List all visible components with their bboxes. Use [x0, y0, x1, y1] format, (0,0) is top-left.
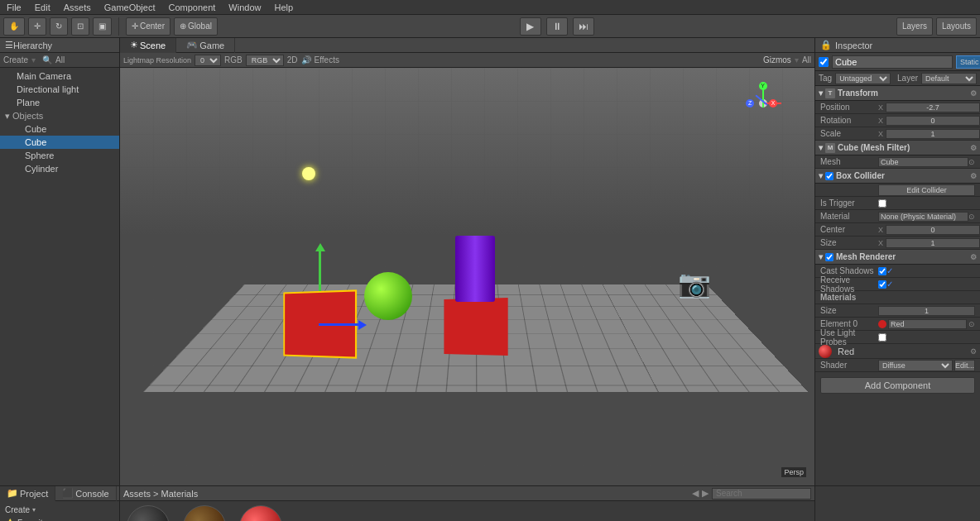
- asset-content: Black Brown Red: [120, 501, 814, 521]
- receive-shadows-check[interactable]: [878, 280, 886, 289]
- use-light-check[interactable]: [878, 333, 886, 342]
- size-row: Size X Y Z: [815, 237, 980, 250]
- transform-header[interactable]: ▾ T Transform ⚙: [815, 86, 980, 101]
- asset-nav-back[interactable]: ◀: [692, 488, 699, 499]
- tree-favorites[interactable]: ⭐ Favorites: [2, 516, 118, 521]
- position-label: Position: [820, 103, 878, 112]
- space-btn[interactable]: ⊕ Global: [174, 17, 218, 36]
- layout-btn[interactable]: Layouts: [936, 17, 977, 36]
- tag-select[interactable]: Untagged: [835, 73, 891, 84]
- object-name-input[interactable]: [832, 55, 953, 69]
- move-tool-btn[interactable]: ✛: [28, 17, 46, 36]
- static-btn[interactable]: Static: [956, 55, 980, 69]
- edit-shader-btn[interactable]: Edit...: [954, 360, 975, 371]
- scale-x[interactable]: [886, 129, 980, 139]
- scale-values: X Y Z: [878, 129, 980, 139]
- mesh-field-row: Mesh Cube ⊙: [815, 155, 980, 169]
- edit-collider-btn[interactable]: Edit Collider: [878, 184, 975, 196]
- hierarchy-item-dir-light[interactable]: Directional light: [0, 83, 119, 96]
- rgb-select[interactable]: RGB: [246, 55, 284, 66]
- hierarchy-all-btn[interactable]: All: [55, 55, 65, 65]
- hierarchy-item-cylinder[interactable]: Cylinder: [0, 162, 119, 175]
- hierarchy-item-main-camera[interactable]: Main Camera: [0, 69, 119, 83]
- toolbar: ✋ ✛ ↻ ⊡ ▣ ✛ Center ⊕ Global ▶ ⏸ ⏭ Layers…: [0, 15, 980, 38]
- meshfilter-icon: M: [825, 143, 835, 153]
- hierarchy-item-plane[interactable]: Plane: [0, 96, 119, 109]
- boxcollider-enabled[interactable]: [825, 172, 833, 180]
- size-x[interactable]: [886, 238, 980, 248]
- tab-console[interactable]: ⬛ Console: [55, 486, 116, 501]
- audio-btn[interactable]: 🔊: [301, 55, 311, 65]
- meshrenderer-header[interactable]: ▾ Mesh Renderer ⚙: [815, 250, 980, 265]
- asset-item-black[interactable]: Black: [127, 505, 170, 522]
- tab-project[interactable]: 📁 Project: [0, 486, 55, 501]
- step-btn[interactable]: ⏭: [573, 17, 594, 36]
- pause-btn[interactable]: ⏸: [546, 17, 568, 36]
- meshrenderer-settings[interactable]: ⚙: [970, 253, 977, 261]
- collider-material-value[interactable]: None (Physic Material): [878, 212, 968, 222]
- asset-nav-fwd[interactable]: ▶: [702, 488, 709, 499]
- asset-search[interactable]: [712, 488, 811, 499]
- rect-tool-btn[interactable]: ▣: [93, 17, 112, 36]
- asset-item-brown[interactable]: Brown: [183, 505, 226, 522]
- cast-shadows-check[interactable]: [878, 267, 886, 275]
- bottom-area: 📁 Project ⬛ Console Create ▾ ⭐ Favorites…: [0, 485, 980, 521]
- transform-visibility[interactable]: ⚙: [970, 89, 977, 98]
- layer-select[interactable]: Default: [921, 73, 977, 84]
- project-panel: 📁 Project ⬛ Console Create ▾ ⭐ Favorites…: [0, 486, 120, 521]
- menu-edit[interactable]: Edit: [28, 2, 57, 12]
- hierarchy-item-sphere[interactable]: Sphere: [0, 149, 119, 162]
- object-active-checkbox[interactable]: [819, 57, 829, 67]
- element0-btn[interactable]: ⊙: [968, 320, 975, 328]
- meshfilter-settings[interactable]: ⚙: [970, 144, 977, 152]
- gizmos-label[interactable]: Gizmos: [763, 55, 791, 65]
- mat-size-row: Size: [815, 304, 980, 318]
- hierarchy-item-cube1[interactable]: Cube: [0, 122, 119, 136]
- center-x[interactable]: [886, 225, 980, 235]
- tab-game[interactable]: 🎮 Game: [176, 38, 235, 53]
- scale-tool-btn[interactable]: ⊡: [71, 17, 89, 36]
- collider-mat-btn[interactable]: ⊙: [968, 213, 975, 221]
- tab-scene[interactable]: ☀ Scene: [120, 38, 176, 53]
- boxcollider-settings[interactable]: ⚙: [970, 172, 977, 180]
- asset-item-red[interactable]: Red: [239, 505, 282, 522]
- project-create-btn[interactable]: Create ▾: [2, 503, 118, 516]
- boxcollider-header[interactable]: ▾ Box Collider ⚙: [815, 169, 980, 184]
- element0-name[interactable]: Red: [888, 319, 967, 329]
- play-btn[interactable]: ▶: [520, 17, 541, 36]
- hand-tool-btn[interactable]: ✋: [3, 17, 25, 36]
- pos-x[interactable]: [886, 103, 980, 112]
- mat-size-val[interactable]: [878, 306, 975, 316]
- pivot-btn[interactable]: ✛ Center: [126, 17, 171, 36]
- hierarchy-item-cube2-selected[interactable]: Cube: [0, 136, 119, 149]
- rotate-tool-btn[interactable]: ↻: [50, 17, 68, 36]
- meshrenderer-enabled[interactable]: [825, 253, 833, 261]
- material-row-header[interactable]: Red ⚙: [815, 344, 980, 359]
- menu-help[interactable]: Help: [267, 2, 300, 12]
- meshfilter-header[interactable]: ▾ M Cube (Mesh Filter) ⚙: [815, 141, 980, 155]
- meshfilter-title: Cube (Mesh Filter): [838, 143, 910, 152]
- hierarchy-create-btn[interactable]: Create: [3, 55, 28, 65]
- menu-assets[interactable]: Assets: [57, 2, 98, 12]
- shader-select[interactable]: Diffuse: [878, 360, 953, 371]
- viewport-canvas[interactable]: 📷 X Y Z Persp: [120, 68, 814, 485]
- project-icon: 📁: [7, 488, 18, 499]
- mesh-select-btn[interactable]: ⊙: [968, 158, 975, 166]
- is-trigger-checkbox[interactable]: [878, 199, 886, 208]
- menu-file[interactable]: File: [0, 2, 28, 12]
- menu-component[interactable]: Component: [161, 2, 222, 12]
- rot-x[interactable]: [886, 116, 980, 126]
- lightmap-select[interactable]: 0: [195, 55, 221, 66]
- selected-cube-group[interactable]: [281, 291, 356, 357]
- purple-cylinder[interactable]: [455, 236, 495, 302]
- material-settings[interactable]: ⚙: [970, 347, 977, 356]
- menu-window[interactable]: Window: [222, 2, 267, 12]
- mesh-value[interactable]: Cube: [878, 157, 968, 167]
- layers-btn[interactable]: Layers: [896, 17, 933, 36]
- inspector-tag-row: Tag Untagged Layer Default: [815, 71, 980, 86]
- red-cube-right[interactable]: [444, 298, 507, 356]
- add-component-btn[interactable]: Add Component: [820, 377, 975, 394]
- green-sphere[interactable]: [364, 272, 412, 320]
- menu-gameobject[interactable]: GameObject: [98, 2, 162, 12]
- inspector-icon: 🔒: [820, 40, 832, 50]
